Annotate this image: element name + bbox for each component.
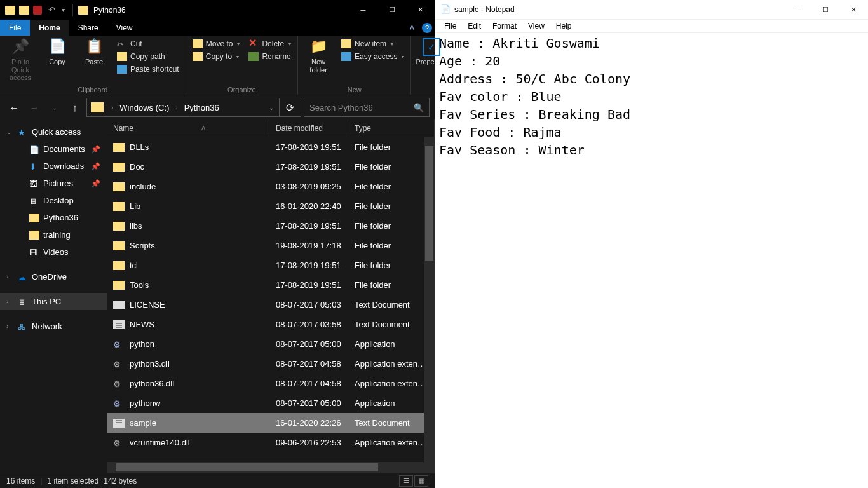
search-icon[interactable]: 🔍 bbox=[414, 103, 424, 112]
vertical-scrollbar[interactable] bbox=[424, 137, 435, 462]
chevron-right-icon[interactable]: › bbox=[172, 104, 181, 111]
nav-back-button[interactable]: ← bbox=[5, 102, 23, 113]
menu-format[interactable]: Format bbox=[487, 20, 522, 32]
file-row[interactable]: Lib16-01-2020 22:40File folder bbox=[107, 196, 435, 216]
file-type: Application exten… bbox=[348, 379, 435, 388]
column-header-name[interactable]: Nameᐱ bbox=[107, 119, 269, 137]
maximize-button[interactable]: ☐ bbox=[811, 0, 839, 20]
qat-folder-icon[interactable] bbox=[5, 6, 15, 15]
undo-icon[interactable]: ↶ bbox=[46, 5, 58, 15]
maximize-button[interactable]: ☐ bbox=[377, 0, 406, 20]
file-row[interactable]: Tools17-08-2019 19:51File folder bbox=[107, 275, 435, 295]
history-dropdown-icon[interactable]: ⌄ bbox=[264, 104, 279, 111]
notepad-content[interactable]: Name : Akriti Goswami Age : 20 Address :… bbox=[435, 33, 868, 488]
easy-access-button[interactable]: Easy access▾ bbox=[339, 51, 407, 62]
file-row[interactable]: Scripts19-08-2019 17:18File folder bbox=[107, 236, 435, 255]
nav-forward-button[interactable]: → bbox=[25, 102, 43, 113]
breadcrumb-folder[interactable]: Python36 bbox=[182, 103, 222, 112]
help-button[interactable]: ? bbox=[419, 20, 435, 36]
qat-dropdown-icon[interactable]: ▾ bbox=[62, 6, 65, 13]
paste-shortcut-button[interactable]: Paste shortcut bbox=[114, 64, 182, 75]
notepad-titlebar[interactable]: sample - Notepad ─ ☐ ✕ bbox=[435, 0, 868, 20]
sidebar-item-downloads[interactable]: Downloads📌 bbox=[0, 158, 107, 175]
sidebar-item-network[interactable]: ›Network bbox=[0, 318, 107, 335]
sidebar-item-this-pc[interactable]: ›This PC bbox=[0, 293, 107, 310]
menu-edit[interactable]: Edit bbox=[463, 20, 486, 32]
qat-cut-icon[interactable] bbox=[33, 6, 42, 15]
notepad-menubar: File Edit Format View Help bbox=[435, 20, 868, 33]
file-row[interactable]: NEWS08-07-2017 03:58Text Document bbox=[107, 315, 435, 334]
file-row[interactable]: Doc17-08-2019 19:51File folder bbox=[107, 157, 435, 177]
sidebar-item-desktop[interactable]: Desktop bbox=[0, 192, 107, 209]
search-input[interactable]: Search Python36 🔍 bbox=[304, 98, 430, 117]
delete-button[interactable]: Delete▾ bbox=[246, 38, 294, 50]
pin-quick-access-button[interactable]: Pin to Quick access bbox=[4, 38, 37, 82]
nav-up-button[interactable]: ↑ bbox=[66, 102, 84, 113]
copy-button[interactable]: Copy bbox=[41, 38, 74, 66]
sidebar-item-onedrive[interactable]: ›OneDrive bbox=[0, 268, 107, 285]
view-thumbnails-button[interactable]: ▦ bbox=[414, 475, 428, 487]
menu-help[interactable]: Help bbox=[551, 20, 577, 32]
file-name: Doc bbox=[130, 162, 144, 172]
tab-file[interactable]: File bbox=[0, 20, 30, 36]
sidebar-item-quick-access[interactable]: ⌄Quick access bbox=[0, 123, 107, 140]
nav-recent-dropdown[interactable]: ⌄ bbox=[46, 104, 64, 111]
dll-icon bbox=[113, 360, 125, 369]
ribbon-tabs: File Home Share View ᐱ ? bbox=[0, 20, 435, 36]
file-row[interactable]: libs17-08-2019 19:51File folder bbox=[107, 216, 435, 236]
minimize-button[interactable]: ─ bbox=[349, 0, 377, 20]
minimize-button[interactable]: ─ bbox=[782, 0, 811, 20]
file-row[interactable]: tcl17-08-2019 19:51File folder bbox=[107, 255, 435, 275]
file-row[interactable]: python3.dll08-07-2017 04:58Application e… bbox=[107, 354, 435, 374]
paste-button[interactable]: Paste bbox=[78, 38, 111, 66]
explorer-titlebar[interactable]: ↶ ▾ Python36 ─ ☐ ✕ bbox=[0, 0, 435, 20]
breadcrumb[interactable]: › Windows (C:) › Python36 ⌄ ⟳ bbox=[86, 98, 301, 117]
file-list[interactable]: DLLs17-08-2019 19:51File folderDoc17-08-… bbox=[107, 137, 435, 462]
close-button[interactable]: ✕ bbox=[839, 0, 868, 20]
move-to-button[interactable]: Move to▾ bbox=[190, 38, 243, 50]
refresh-button[interactable]: ⟳ bbox=[279, 98, 301, 116]
move-to-icon bbox=[193, 39, 203, 48]
file-row[interactable]: python36.dll08-07-2017 04:58Application … bbox=[107, 374, 435, 393]
txt-icon bbox=[113, 419, 125, 428]
file-date: 16-01-2020 22:26 bbox=[269, 418, 348, 428]
column-header-type[interactable]: Type bbox=[348, 119, 435, 137]
menu-file[interactable]: File bbox=[439, 20, 461, 32]
file-type: Text Document bbox=[348, 300, 435, 309]
sidebar-item-pictures[interactable]: Pictures📌 bbox=[0, 175, 107, 192]
file-row[interactable]: include03-08-2019 09:25File folder bbox=[107, 177, 435, 196]
file-row[interactable]: DLLs17-08-2019 19:51File folder bbox=[107, 137, 435, 157]
new-folder-button[interactable]: New folder bbox=[302, 38, 335, 74]
tab-home[interactable]: Home bbox=[30, 20, 69, 36]
copy-to-icon bbox=[193, 52, 203, 61]
cut-button[interactable]: Cut bbox=[114, 38, 182, 50]
copy-path-button[interactable]: Copy path bbox=[114, 51, 182, 62]
file-row[interactable]: python08-07-2017 05:00Application bbox=[107, 334, 435, 354]
horizontal-scrollbar[interactable] bbox=[107, 462, 435, 473]
tab-view[interactable]: View bbox=[107, 20, 142, 36]
file-row[interactable]: vcruntime140.dll09-06-2016 22:53Applicat… bbox=[107, 433, 435, 452]
tab-share[interactable]: Share bbox=[69, 20, 107, 36]
sidebar-item-training[interactable]: training bbox=[0, 226, 107, 243]
view-details-button[interactable]: ☰ bbox=[399, 475, 413, 487]
breadcrumb-drive[interactable]: Windows (C:) bbox=[117, 103, 172, 112]
group-clipboard-label: Clipboard bbox=[4, 85, 182, 93]
copy-to-button[interactable]: Copy to▾ bbox=[190, 51, 243, 62]
column-header-date[interactable]: Date modified bbox=[269, 119, 348, 137]
dll-icon bbox=[113, 379, 125, 388]
qat-folder-icon2[interactable] bbox=[19, 6, 29, 15]
new-item-button[interactable]: New item▾ bbox=[339, 38, 407, 50]
notepad-window: sample - Notepad ─ ☐ ✕ File Edit Format … bbox=[435, 0, 868, 488]
sidebar-item-documents[interactable]: Documents📌 bbox=[0, 140, 107, 158]
menu-view[interactable]: View bbox=[523, 20, 550, 32]
close-button[interactable]: ✕ bbox=[406, 0, 435, 20]
rename-button[interactable]: Rename bbox=[246, 51, 294, 62]
file-row[interactable]: sample16-01-2020 22:26Text Document bbox=[107, 413, 435, 433]
sidebar-item-python36[interactable]: Python36 bbox=[0, 209, 107, 226]
file-type: Application bbox=[348, 398, 435, 408]
collapse-ribbon-icon[interactable]: ᐱ bbox=[404, 20, 419, 36]
sidebar-item-videos[interactable]: Videos bbox=[0, 243, 107, 261]
chevron-right-icon[interactable]: › bbox=[107, 104, 117, 111]
file-row[interactable]: pythonw08-07-2017 05:00Application bbox=[107, 393, 435, 413]
file-row[interactable]: LICENSE08-07-2017 05:03Text Document bbox=[107, 295, 435, 315]
